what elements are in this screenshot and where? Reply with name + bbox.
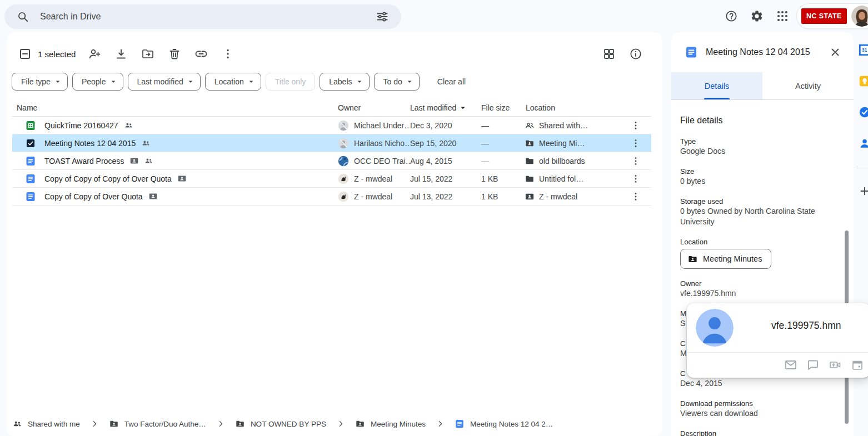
row-menu-icon[interactable] — [630, 120, 641, 131]
search-bar[interactable]: Search in Drive — [4, 4, 401, 29]
owner-name: Z - mwdeal — [354, 174, 392, 183]
trash-icon[interactable] — [168, 47, 181, 61]
column-location[interactable]: Location — [525, 103, 620, 112]
tab-activity[interactable]: Activity — [762, 72, 854, 99]
search-input[interactable]: Search in Drive — [40, 12, 376, 22]
file-location[interactable]: Meeting Mi… — [539, 139, 585, 148]
selected-count: 1 selected — [38, 49, 76, 59]
details-panel-header: Meeting Notes 12 04 2015 — [671, 32, 854, 72]
table-row[interactable]: Copy of Copy of Copy of Over Quota Z - m… — [12, 170, 651, 188]
table-row[interactable]: TOAST Award Process OCC DEO Trai… Aug 4,… — [12, 152, 651, 170]
add-icon[interactable] — [859, 185, 868, 197]
breadcrumb-item-shared-with-me[interactable]: Shared with me — [12, 419, 80, 429]
email-icon[interactable] — [784, 358, 797, 372]
file-location[interactable]: old billboards — [539, 157, 585, 166]
shared-drive-icon — [148, 192, 158, 201]
file-name: Copy of Copy of Copy of Over Quota — [44, 174, 172, 183]
field-label: Storage used — [680, 197, 845, 206]
more-options-icon[interactable] — [221, 47, 235, 61]
table-row-selected[interactable]: Meeting Notes 12 04 2015 Harilaos Nicho…… — [12, 134, 651, 152]
column-last-modified[interactable]: Last modified — [410, 103, 481, 113]
folder-icon — [525, 156, 535, 166]
column-file-size[interactable]: File size — [481, 103, 525, 112]
breadcrumb-item-not-owned-by-pps[interactable]: NOT OWNED BY PPS — [235, 419, 326, 429]
row-menu-icon[interactable] — [630, 173, 641, 184]
table-row[interactable]: QuickTime 20160427 Michael Under… Dec 3,… — [12, 117, 651, 134]
filter-chip-to-do[interactable]: To do — [374, 73, 420, 91]
breadcrumb-label: Two Factor/Duo Authe… — [124, 420, 206, 428]
shared-folder-icon — [235, 419, 245, 429]
breadcrumb-item-two-factor-duo-authe[interactable]: Two Factor/Duo Authe… — [109, 419, 206, 429]
field-label: Description — [680, 429, 845, 436]
breadcrumb-item-meeting-notes-12-04-2[interactable]: Meeting Notes 12 04 2… — [455, 419, 553, 429]
folder-icon — [525, 174, 535, 184]
filter-chip-location[interactable]: Location — [205, 73, 261, 91]
apps-grid-icon[interactable] — [776, 9, 789, 23]
field-location: LocationMeeting Minutes — [680, 238, 845, 269]
file-name: Copy of Copy of Over Quota — [44, 192, 143, 201]
chevron-down-icon — [355, 77, 365, 87]
chevron-right-icon — [436, 419, 445, 428]
filter-chip-title-only: Title only — [266, 73, 316, 91]
details-title: Meeting Notes 12 04 2015 — [706, 47, 829, 57]
row-menu-icon[interactable] — [630, 191, 641, 202]
info-icon[interactable] — [629, 47, 642, 61]
avatar[interactable] — [851, 6, 868, 27]
google-tasks-icon[interactable] — [859, 106, 868, 118]
move-to-folder-icon[interactable] — [141, 47, 154, 61]
shared-folder-icon — [687, 254, 698, 264]
search-icon[interactable] — [17, 11, 29, 23]
field-owner: Ownervfe.199975.hmn — [680, 279, 845, 299]
breadcrumb-label: Meeting Minutes — [371, 420, 426, 428]
row-menu-icon[interactable] — [630, 156, 641, 167]
org-logo: NC STATE — [801, 8, 847, 24]
breadcrumb-item-meeting-minutes[interactable]: Meeting Minutes — [355, 419, 426, 429]
grid-view-icon[interactable] — [602, 47, 616, 61]
docs-icon — [455, 419, 465, 429]
select-all-checkbox[interactable] — [18, 47, 32, 61]
gear-icon[interactable] — [750, 9, 764, 23]
download-icon[interactable] — [114, 47, 128, 61]
help-icon[interactable] — [725, 9, 738, 23]
last-modified: Dec 3, 2020 — [410, 121, 481, 130]
copy-link-icon[interactable] — [194, 47, 208, 61]
add-collaborator-icon[interactable] — [88, 47, 101, 61]
file-location[interactable]: Shared with… — [539, 121, 588, 130]
google-contacts-icon[interactable] — [859, 137, 868, 149]
tab-details[interactable]: Details — [671, 72, 762, 99]
chat-icon[interactable] — [806, 358, 820, 372]
table-header: Name Owner Last modified File size Locat… — [12, 99, 651, 117]
people-icon — [124, 121, 133, 130]
table-row[interactable]: Copy of Copy of Over Quota Z - mwdeal Ju… — [12, 188, 651, 206]
apps-divider — [856, 168, 868, 168]
column-owner[interactable]: Owner — [338, 103, 410, 112]
calendar-icon[interactable] — [851, 358, 864, 372]
last-modified: Jul 13, 2022 — [410, 192, 481, 201]
file-location[interactable]: Z - mwdeal — [539, 192, 577, 201]
google-keep-icon[interactable] — [859, 75, 868, 87]
video-call-icon[interactable] — [829, 358, 842, 372]
filter-chip-people[interactable]: People — [72, 73, 123, 91]
google-calendar-icon[interactable]: 31 — [859, 44, 868, 56]
last-modified: Sep 15, 2020 — [410, 139, 481, 148]
location-chip[interactable]: Meeting Minutes — [680, 249, 771, 269]
file-type-icon — [25, 156, 36, 167]
last-modified: Aug 4, 2015 — [410, 157, 481, 166]
filter-chips-row: File typePeopleLast modifiedLocationTitl… — [12, 73, 662, 91]
last-modified: Jul 15, 2022 — [410, 174, 481, 183]
filter-chip-last-modified[interactable]: Last modified — [128, 73, 201, 91]
clear-all-button[interactable]: Clear all — [437, 77, 466, 86]
field-download-permissions: Download permissionsViewers can download — [680, 399, 845, 419]
account-pill[interactable]: NC STATE — [796, 3, 868, 29]
file-location[interactable]: Untitled fol… — [539, 174, 583, 183]
filter-chip-file-type[interactable]: File type — [12, 73, 68, 91]
file-name: QuickTime 20160427 — [44, 121, 118, 130]
shared-drive-icon — [525, 192, 535, 202]
user-hover-card: vfe.199975.hmn — [687, 303, 868, 378]
filter-chip-labels[interactable]: Labels — [320, 73, 369, 91]
search-filters-icon[interactable] — [376, 10, 389, 23]
row-menu-icon[interactable] — [630, 138, 641, 149]
column-name[interactable]: Name — [12, 103, 338, 112]
selection-toolbar: 1 selected — [18, 43, 649, 65]
close-icon[interactable] — [829, 46, 841, 58]
